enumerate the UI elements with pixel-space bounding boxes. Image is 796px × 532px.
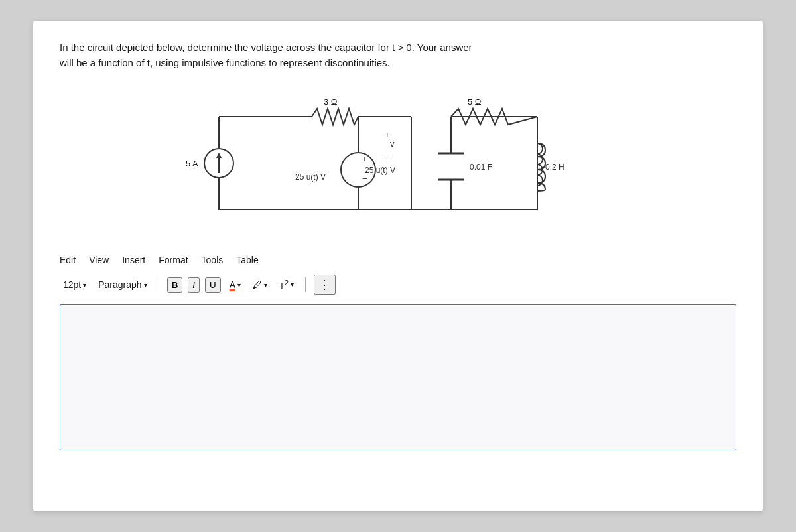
menu-view[interactable]: View [89,255,109,265]
more-options-button[interactable]: ⋮ [314,275,336,295]
svg-text:25 u(t) V: 25 u(t) V [295,172,326,182]
font-size-chevron: ▾ [83,281,86,289]
current-source-label: 5 A [186,159,198,168]
font-size-dropdown[interactable]: 12pt ▾ [60,278,90,291]
voltage-label: v [390,139,395,149]
svg-text:+: + [362,154,367,164]
menu-table[interactable]: Table [236,255,258,265]
resistor2-label: 5 Ω [468,97,482,107]
highlight-chevron: ▾ [264,281,267,289]
problem-text: In the circuit depicted below, determine… [60,40,736,70]
svg-text:−: − [385,150,390,160]
font-color-label: A [230,279,235,290]
svg-text:+: + [385,130,390,140]
problem-line1: In the circuit depicted below, determine… [60,42,472,53]
menu-insert[interactable]: Insert [122,255,145,265]
circuit-diagram: 5 A 3 Ω + − 25 u(t) V 25 u(t) V v + [166,84,630,236]
main-card: In the circuit depicted below, determine… [33,21,763,511]
menu-edit[interactable]: Edit [60,255,76,265]
font-color-chevron: ▾ [237,281,241,289]
italic-button[interactable]: I [188,277,200,293]
superscript-dropdown[interactable]: T2 ▾ [276,277,297,292]
superscript-label: T2 [279,279,289,291]
menu-format[interactable]: Format [159,255,188,265]
problem-line2: will be a function of t, using impulsive… [60,57,390,68]
font-color-dropdown[interactable]: A ▾ [226,278,244,291]
vsource-label: 25 u(t) V [365,166,395,175]
menu-tools[interactable]: Tools [202,255,224,265]
font-size-value: 12pt [63,279,81,290]
paragraph-dropdown[interactable]: Paragraph ▾ [95,278,150,291]
svg-text:−: − [362,174,367,184]
toolbar-divider [159,277,159,292]
toolbar-divider2 [305,277,306,292]
underline-button[interactable]: U [205,277,221,293]
inductor-label: 0.2 H [545,163,564,172]
bold-button[interactable]: B [167,277,183,293]
paragraph-value: Paragraph [98,279,141,290]
paragraph-chevron: ▾ [144,281,147,289]
capacitor-label: 0.01 F [470,163,492,172]
answer-input-box[interactable] [60,304,736,450]
resistor1-label: 3 Ω [324,97,338,107]
format-bar: 12pt ▾ Paragraph ▾ B I U A ▾ 🖊 ▾ T2 ▾ ⋮ [60,275,736,299]
circuit-area: 5 A 3 Ω + − 25 u(t) V 25 u(t) V v + [60,84,736,236]
highlight-dropdown[interactable]: 🖊 ▾ [249,278,271,291]
menu-bar: Edit View Insert Format Tools Table [60,252,736,268]
superscript-chevron: ▾ [291,281,294,288]
highlight-icon: 🖊 [253,279,262,290]
